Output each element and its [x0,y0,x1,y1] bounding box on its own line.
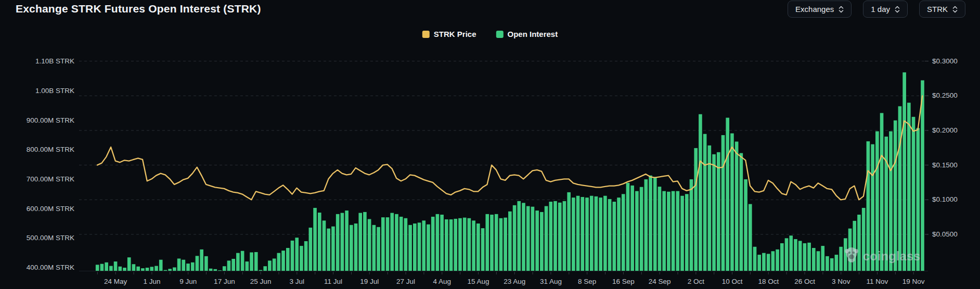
open-interest-bar[interactable] [912,117,915,271]
open-interest-bar[interactable] [839,247,843,271]
open-interest-bar[interactable] [114,261,118,271]
open-interest-bar[interactable] [672,191,675,271]
open-interest-bar[interactable] [246,261,249,271]
open-interest-bar[interactable] [862,208,866,271]
open-interest-bar[interactable] [408,225,412,271]
open-interest-bar[interactable] [191,262,195,271]
open-interest-bar[interactable] [200,249,203,271]
open-interest-bar[interactable] [291,241,294,271]
open-interest-bar[interactable] [798,241,802,271]
open-interest-bar[interactable] [159,260,163,271]
open-interest-bar[interactable] [875,132,879,271]
open-interest-bar[interactable] [730,134,734,271]
open-interest-bar[interactable] [599,198,602,271]
open-interest-bar[interactable] [803,243,807,271]
open-interest-bar[interactable] [209,269,213,271]
open-interest-bar[interactable] [273,258,276,271]
open-interest-bar[interactable] [622,194,625,271]
open-interest-bar[interactable] [807,243,811,271]
open-interest-bar[interactable] [440,215,444,271]
open-interest-bar[interactable] [304,241,308,271]
open-interest-bar[interactable] [694,148,698,271]
open-interest-bar[interactable] [817,251,820,271]
open-interest-bar[interactable] [717,152,720,271]
open-interest-bar[interactable] [281,251,285,271]
open-interest-bar[interactable] [118,267,122,271]
open-interest-bar[interactable] [236,253,240,271]
open-interest-bar[interactable] [476,224,480,271]
open-interest-bar[interactable] [749,204,752,271]
open-interest-bar[interactable] [499,218,503,271]
open-interest-bar[interactable] [123,268,126,271]
open-interest-bar[interactable] [585,198,589,271]
open-interest-bar[interactable] [640,187,643,271]
open-interest-bar[interactable] [844,238,847,271]
open-interest-bar[interactable] [894,121,897,271]
open-interest-bar[interactable] [649,176,652,271]
open-interest-bar[interactable] [231,259,235,271]
open-interest-bar[interactable] [490,215,494,271]
open-interest-bar[interactable] [345,211,349,271]
open-interest-bar[interactable] [916,128,920,271]
open-interest-bar[interactable] [789,235,793,271]
open-interest-bar[interactable] [241,251,244,271]
open-interest-bar[interactable] [907,103,911,271]
open-interest-bar[interactable] [404,218,408,271]
open-interest-bar[interactable] [558,203,562,271]
open-interest-bar[interactable] [884,137,888,271]
open-interest-bar[interactable] [608,199,612,271]
open-interest-bar[interactable] [458,218,462,271]
open-interest-bar[interactable] [422,220,425,271]
open-interest-bar[interactable] [676,191,680,271]
open-interest-bar[interactable] [481,228,485,271]
open-interest-bar[interactable] [263,266,267,271]
open-interest-bar[interactable] [485,214,489,271]
open-interest-bar[interactable] [595,196,598,271]
open-interest-bar[interactable] [712,154,716,271]
open-interest-bar[interactable] [572,198,575,271]
open-interest-bar[interactable] [667,192,670,271]
open-interest-bar[interactable] [399,217,403,271]
open-interest-bar[interactable] [223,266,226,271]
open-interest-bar[interactable] [581,197,585,271]
open-interest-bar[interactable] [540,212,544,271]
open-interest-bar[interactable] [386,217,390,271]
open-interest-bar[interactable] [835,255,839,271]
open-interest-bar[interactable] [214,269,217,271]
open-interest-bar[interactable] [413,224,417,271]
open-interest-bar[interactable] [630,186,634,271]
open-interest-bar[interactable] [173,267,176,271]
open-interest-bar[interactable] [753,247,757,271]
open-interest-bar[interactable] [372,225,376,271]
open-interest-bar[interactable] [381,217,385,271]
open-interest-bar[interactable] [227,260,231,271]
open-interest-bar[interactable] [390,213,394,271]
open-interest-bar[interactable] [204,256,208,271]
open-interest-bar[interactable] [300,246,303,271]
open-interest-bar[interactable] [196,256,199,271]
open-interest-bar[interactable] [250,253,253,271]
open-interest-bar[interactable] [472,220,475,271]
open-interest-bar[interactable] [685,194,689,271]
open-interest-bar[interactable] [921,81,924,271]
open-interest-bar[interactable] [644,179,648,271]
open-interest-bar[interactable] [254,252,258,271]
open-interest-bar[interactable] [109,266,113,271]
open-interest-bar[interactable] [186,264,190,271]
open-interest-bar[interactable] [286,248,290,271]
open-interest-bar[interactable] [377,227,380,271]
open-interest-bar[interactable] [454,219,457,271]
open-interest-bar[interactable] [757,255,761,271]
open-interest-bar[interactable] [613,202,616,271]
open-interest-bar[interactable] [504,218,507,271]
open-interest-bar[interactable] [567,192,571,271]
open-interest-bar[interactable] [545,206,548,271]
open-interest-bar[interactable] [735,141,739,271]
open-interest-bar[interactable] [154,266,158,271]
open-interest-bar[interactable] [740,153,743,271]
open-interest-bar[interactable] [268,260,272,271]
open-interest-bar[interactable] [889,132,893,271]
open-interest-bar[interactable] [812,248,816,271]
open-interest-bar[interactable] [168,269,172,271]
open-interest-bar[interactable] [358,213,362,271]
